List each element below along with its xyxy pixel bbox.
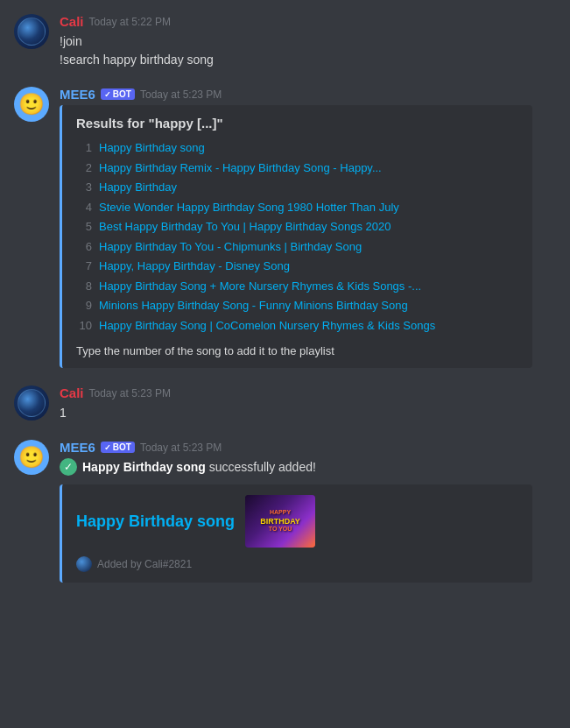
message-text-3: 1 — [60, 404, 556, 422]
results-title: Results for "happy [...]" — [76, 116, 518, 131]
added-by-text: Added by Cali#2821 — [97, 558, 192, 570]
added-song-name: Happy Birthday song — [82, 460, 206, 474]
avatar-cali-2 — [14, 385, 49, 421]
success-check-icon: ✓ — [60, 458, 77, 476]
song-preview-title: Happy Birthday song — [76, 512, 235, 531]
list-item: 5 Best Happy Birthday To You | Happy Bir… — [76, 218, 518, 236]
search-results-list: 1 Happy Birthday song 2 Happy Birthday R… — [76, 139, 518, 334]
mee6-smiley-2: 🙂 — [18, 447, 45, 468]
result-link[interactable]: Happy, Happy Birthday - Disney Song — [99, 258, 290, 275]
result-num: 4 — [76, 199, 92, 216]
avatar-mee6-1: 🙂 — [14, 87, 49, 122]
bot-check-icon-2: ✓ — [104, 443, 111, 452]
list-item: 9 Minions Happy Birthday Song - Funny Mi… — [76, 297, 518, 315]
result-link[interactable]: Best Happy Birthday To You | Happy Birth… — [99, 218, 391, 236]
message-group-3: Cali Today at 5:23 PM 1 — [0, 371, 570, 426]
added-by-avatar — [76, 556, 92, 572]
list-item: 3 Happy Birthday — [76, 179, 518, 196]
thumbnail-text: HAPPY BIRTHDAY TO YOU — [260, 509, 300, 534]
list-item: 2 Happy Birthday Remix - Happy Birthday … — [76, 159, 518, 177]
result-link[interactable]: Happy Birthday Song + More Nursery Rhyme… — [99, 278, 421, 295]
added-message: ✓ Happy Birthday song successfully added… — [60, 458, 556, 476]
result-link[interactable]: Happy Birthday song — [99, 139, 205, 157]
result-num: 7 — [76, 258, 92, 275]
result-num: 8 — [76, 278, 92, 295]
message-header-2: MEE6 ✓ BOT Today at 5:23 PM — [60, 87, 556, 102]
username-cali: Cali — [60, 14, 84, 29]
result-link[interactable]: Happy Birthday — [99, 179, 177, 196]
song-preview-box: Happy Birthday song HAPPY BIRTHDAY TO YO… — [60, 484, 532, 583]
result-num: 1 — [76, 139, 92, 157]
added-by: Added by Cali#2821 — [76, 556, 518, 572]
bot-label: BOT — [113, 89, 131, 99]
list-item: 4 Stevie Wonder Happy Birthday Song 1980… — [76, 199, 518, 216]
list-item: 10 Happy Birthday Song | CoComelon Nurse… — [76, 317, 518, 335]
message-content-2: MEE6 ✓ BOT Today at 5:23 PM Results for … — [60, 87, 556, 368]
result-num: 10 — [76, 317, 92, 335]
message-text-1a: !join — [60, 32, 556, 51]
result-num: 2 — [76, 159, 92, 177]
message-group-1: Cali Today at 5:22 PM !join !search happ… — [0, 0, 570, 73]
result-link[interactable]: Happy Birthday Remix - Happy Birthday So… — [99, 159, 382, 177]
result-num: 9 — [76, 297, 92, 315]
search-results-box: Results for "happy [...]" 1 Happy Birthd… — [60, 105, 532, 368]
username-mee6-1: MEE6 — [60, 87, 95, 102]
song-thumbnail: HAPPY BIRTHDAY TO YOU — [245, 495, 315, 548]
timestamp-4: Today at 5:23 PM — [140, 442, 222, 454]
username-mee6-2: MEE6 — [60, 440, 95, 455]
result-link[interactable]: Stevie Wonder Happy Birthday Song 1980 H… — [99, 199, 399, 216]
thumbnail-birthday: BIRTHDAY — [260, 517, 300, 527]
mee6-smiley: 🙂 — [18, 94, 45, 115]
bot-check-icon: ✓ — [104, 90, 111, 99]
added-text: Happy Birthday song successfully added! — [82, 460, 316, 474]
result-link[interactable]: Happy Birthday To You - Chipmunks | Birt… — [99, 238, 362, 256]
message-group-4: 🙂 MEE6 ✓ BOT Today at 5:23 PM ✓ Happy Bi… — [0, 426, 570, 586]
bot-badge-1: ✓ BOT — [101, 88, 135, 100]
message-header-3: Cali Today at 5:23 PM — [60, 385, 556, 400]
timestamp-1: Today at 5:22 PM — [89, 16, 171, 28]
message-group-2: 🙂 MEE6 ✓ BOT Today at 5:23 PM Results fo… — [0, 73, 570, 371]
avatar-cali-1 — [14, 14, 49, 49]
result-num: 5 — [76, 218, 92, 236]
bot-label-2: BOT — [113, 442, 131, 452]
message-content-4: MEE6 ✓ BOT Today at 5:23 PM ✓ Happy Birt… — [60, 440, 556, 583]
message-content-3: Cali Today at 5:23 PM 1 — [60, 385, 556, 422]
list-item: 6 Happy Birthday To You - Chipmunks | Bi… — [76, 238, 518, 256]
avatar-mee6-2: 🙂 — [14, 440, 49, 475]
timestamp-3: Today at 5:23 PM — [89, 387, 171, 399]
result-num: 3 — [76, 179, 92, 196]
list-item: 1 Happy Birthday song — [76, 139, 518, 157]
playlist-prompt: Type the number of the song to add it to… — [76, 344, 518, 357]
message-text-1b: !search happy birthday song — [60, 51, 556, 69]
result-link[interactable]: Happy Birthday Song | CoComelon Nursery … — [99, 317, 435, 335]
song-preview: Happy Birthday song HAPPY BIRTHDAY TO YO… — [76, 495, 518, 548]
timestamp-2: Today at 5:23 PM — [140, 88, 222, 101]
result-num: 6 — [76, 238, 92, 256]
message-content-1: Cali Today at 5:22 PM !join !search happ… — [60, 14, 556, 69]
list-item: 7 Happy, Happy Birthday - Disney Song — [76, 258, 518, 275]
thumbnail-to-you: TO YOU — [260, 526, 300, 533]
thumbnail-happy: HAPPY — [260, 509, 300, 516]
result-link[interactable]: Minions Happy Birthday Song - Funny Mini… — [99, 297, 408, 315]
message-header-1: Cali Today at 5:22 PM — [60, 14, 556, 29]
added-suffix: successfully added! — [209, 460, 316, 474]
message-header-4: MEE6 ✓ BOT Today at 5:23 PM — [60, 440, 556, 455]
list-item: 8 Happy Birthday Song + More Nursery Rhy… — [76, 278, 518, 295]
bot-badge-2: ✓ BOT — [101, 442, 135, 453]
username-cali-2: Cali — [60, 385, 84, 400]
